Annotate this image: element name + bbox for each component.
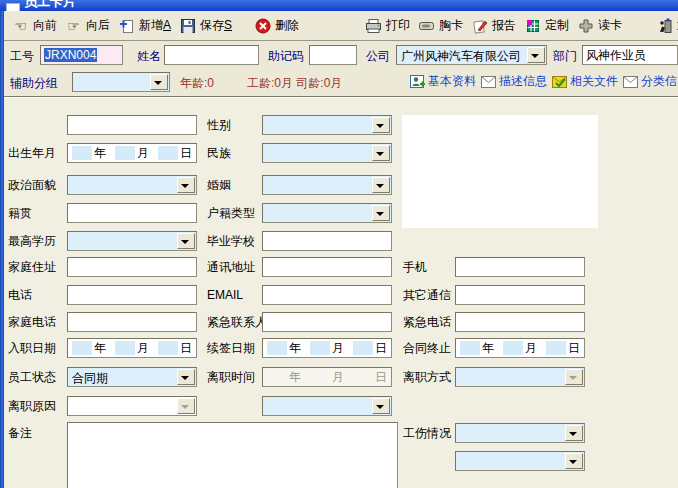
mobile-label: 手机 <box>403 260 427 274</box>
add-button[interactable]: 新增A <box>114 15 175 36</box>
employee-card-window: 员工卡片 ☜ 向前 ☞ 向后 新增A 保存S 删除 <box>0 0 678 488</box>
tab-category-info[interactable]: 分类信 <box>623 73 677 90</box>
prev-button[interactable]: ☜ 向前 <box>8 15 61 36</box>
status-dropdown-arrow[interactable] <box>177 369 195 385</box>
injury-secondary-dropdown-arrow[interactable] <box>565 453 583 469</box>
marriage-dropdown-arrow[interactable] <box>372 177 390 193</box>
email-label: EMAIL <box>207 288 243 302</box>
tab-description-info[interactable]: 描述信息 <box>481 73 547 90</box>
mail-addr-label: 通讯地址 <box>207 260 255 274</box>
company-dropdown-arrow[interactable] <box>527 47 545 63</box>
leave-time-label: 离职时间 <box>207 370 255 384</box>
education-dropdown-arrow[interactable] <box>177 233 195 249</box>
floppy-disk-icon <box>179 18 196 34</box>
customize-grid-icon <box>524 18 541 34</box>
aux-group-dropdown-arrow[interactable] <box>150 74 168 90</box>
customize-button[interactable]: 定制 <box>520 15 573 36</box>
gender-label: 性别 <box>207 118 231 132</box>
political-dropdown-arrow[interactable] <box>177 177 195 193</box>
tab-basic-info[interactable]: 基本资料 <box>410 73 476 90</box>
report-button[interactable]: 报告 <box>467 15 520 36</box>
gender-dropdown-arrow[interactable] <box>372 117 390 133</box>
remark-textarea[interactable] <box>67 422 398 488</box>
window-inner-border <box>3 11 4 488</box>
native-input[interactable] <box>67 203 197 223</box>
education-label: 最高学历 <box>8 234 56 248</box>
injury-dropdown-arrow[interactable] <box>565 425 583 441</box>
status-label: 员工状态 <box>8 370 56 384</box>
household-select[interactable] <box>262 203 392 223</box>
header-row-1: 工号 JRXN004 姓名 助记码 公司 广州风神汽车有限公司 部门 <box>0 42 678 68</box>
tab-bar: 基本资料 描述信息 相关文件 分类信 <box>410 73 677 90</box>
envelope-icon <box>623 75 638 89</box>
political-select[interactable] <box>67 175 197 195</box>
injury-secondary-select[interactable] <box>455 451 585 471</box>
birth-date-field[interactable]: 年 月 日 <box>67 143 197 163</box>
ethnic-select[interactable] <box>262 143 392 163</box>
school-input[interactable] <box>262 231 392 251</box>
phone-input[interactable] <box>67 285 197 305</box>
company-label: 公司 <box>366 48 390 65</box>
report-pen-icon <box>471 18 488 34</box>
name-input[interactable] <box>164 45 259 65</box>
email-input[interactable] <box>262 285 392 305</box>
mobile-input[interactable] <box>455 257 585 277</box>
native-label: 籍贯 <box>8 206 32 220</box>
unlabeled-dropdown-arrow[interactable] <box>372 398 390 414</box>
injury-select[interactable] <box>455 423 585 443</box>
status-value: 合同期 <box>72 370 178 387</box>
next-button[interactable]: ☞ 向后 <box>61 15 114 36</box>
dept-label: 部门 <box>553 48 577 65</box>
unlabeled-select[interactable] <box>262 396 392 416</box>
home-addr-label: 家庭住址 <box>8 260 56 274</box>
save-button[interactable]: 保存S <box>175 15 236 36</box>
home-phone-input[interactable] <box>67 312 197 332</box>
emg-contact-input[interactable] <box>262 312 392 332</box>
return-button[interactable]: 返 <box>652 15 678 36</box>
delete-button[interactable]: 删除 <box>250 15 303 36</box>
birth-label: 出生年月 <box>8 146 56 160</box>
person-card-icon <box>410 75 425 89</box>
company-select[interactable]: 广州风神汽车有限公司 <box>396 45 547 65</box>
print-button[interactable]: 打印 <box>361 15 414 36</box>
emp-no-field[interactable]: JRXN004 <box>40 45 123 65</box>
printer-icon <box>365 18 382 34</box>
education-select[interactable] <box>67 231 197 251</box>
new-page-icon <box>118 18 135 34</box>
title-bar: 员工卡片 <box>0 0 678 11</box>
tab-related-files[interactable]: 相关文件 <box>552 73 618 90</box>
emg-contact-label: 紧急联系人 <box>207 315 267 329</box>
hand-right-icon: ☞ <box>65 18 82 34</box>
age-stat: 年龄:0 <box>180 75 214 92</box>
emg-phone-input[interactable] <box>455 312 585 332</box>
household-dropdown-arrow[interactable] <box>372 205 390 221</box>
delete-icon <box>254 18 271 34</box>
renew-date-field[interactable]: 年 月 日 <box>262 338 392 358</box>
gender-select[interactable] <box>262 115 392 135</box>
phone-label: 电话 <box>8 288 32 302</box>
contract-end-date-field[interactable]: 年 月 日 <box>455 338 585 358</box>
badge-button[interactable]: 胸卡 <box>414 15 467 36</box>
yellow-envelope-check-icon <box>552 75 567 89</box>
leave-reason-select <box>67 396 197 416</box>
home-addr-input[interactable] <box>67 257 197 277</box>
other-comm-input[interactable] <box>455 285 585 305</box>
mail-addr-input[interactable] <box>262 257 392 277</box>
hand-left-icon: ☜ <box>12 18 29 34</box>
aux-group-select[interactable] <box>72 72 170 92</box>
plus-cross-icon <box>577 18 594 34</box>
status-select[interactable]: 合同期 <box>67 367 197 387</box>
leave-method-dropdown-arrow <box>565 369 583 385</box>
hire-date-label: 入职日期 <box>8 341 56 355</box>
dept-input[interactable] <box>582 45 678 65</box>
hire-date-field[interactable]: 年 月 日 <box>67 338 197 358</box>
other-comm-label: 其它通信 <box>403 288 451 302</box>
header-row-2: 辅助分组 年龄:0 工龄:0月 司龄:0月 基本资料 描述信息 <box>0 68 678 95</box>
unlabeled-top-input[interactable] <box>67 115 197 135</box>
mnemonic-input[interactable] <box>309 45 357 65</box>
ethnic-dropdown-arrow[interactable] <box>372 145 390 161</box>
contract-end-label: 合同终止 <box>403 341 451 355</box>
read-card-button[interactable]: 读卡 <box>573 15 626 36</box>
marriage-select[interactable] <box>262 175 392 195</box>
marriage-label: 婚姻 <box>207 178 231 192</box>
